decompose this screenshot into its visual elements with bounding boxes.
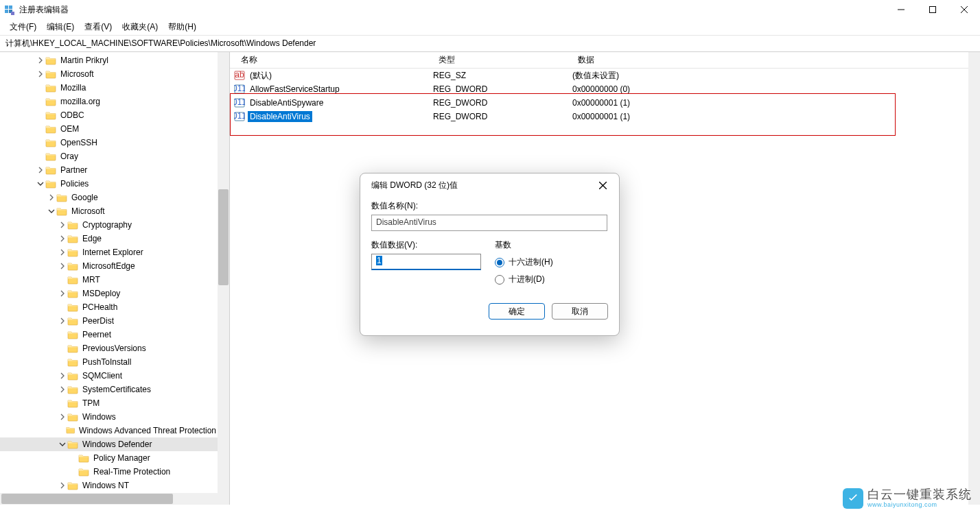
menu-file[interactable]: 文件(F) <box>5 19 40 35</box>
value-row[interactable]: 011DisableAntiSpywareREG_DWORD0x00000001… <box>230 96 980 110</box>
tree-item[interactable]: MRT <box>0 273 218 287</box>
value-row[interactable]: 011DisableAntiVirusREG_DWORD0x00000001 (… <box>230 110 980 123</box>
chevron-down-icon[interactable] <box>58 440 67 449</box>
tree-item-label: Partner <box>59 165 89 176</box>
tree-item[interactable]: Microsoft <box>0 67 218 81</box>
tree-item[interactable]: MSDeploy <box>0 287 218 300</box>
chevron-right-icon[interactable] <box>58 316 67 326</box>
tree-item[interactable]: PeerDist <box>0 314 218 328</box>
window-controls <box>885 0 980 19</box>
chevron-right-icon[interactable] <box>36 69 45 79</box>
tree-item[interactable]: Internet Explorer <box>0 245 218 259</box>
folder-icon <box>78 467 89 477</box>
value-data-field[interactable]: 1 <box>371 254 481 270</box>
tree-item[interactable]: Policies <box>0 177 218 191</box>
chevron-right-icon[interactable] <box>58 289 67 298</box>
tree-vertical-scrollbar[interactable] <box>218 52 229 493</box>
tree-item-label: Google <box>70 192 100 203</box>
value-row[interactable]: ab(默认)REG_SZ(数值未设置) <box>230 69 980 82</box>
ok-button[interactable]: 确定 <box>489 303 545 320</box>
tree-item[interactable]: mozilla.org <box>0 95 218 108</box>
watermark: 白云一键重装系统 www.baiyunxitong.com <box>843 488 972 509</box>
tree-item[interactable]: PCHealth <box>0 300 218 314</box>
tree-item[interactable]: TPM <box>0 396 218 410</box>
tree-item[interactable]: SQMClient <box>0 369 218 383</box>
value-name: DisableAntiVirus <box>248 111 312 122</box>
tree-item[interactable]: SystemCertificates <box>0 383 218 396</box>
cancel-button[interactable]: 取消 <box>552 303 608 320</box>
menu-edit[interactable]: 编辑(E) <box>43 19 78 35</box>
chevron-right-icon[interactable] <box>58 248 67 257</box>
value-row[interactable]: 011AllowFastServiceStartupREG_DWORD0x000… <box>230 82 980 96</box>
tree-horizontal-scrollbar[interactable] <box>0 493 218 505</box>
column-data[interactable]: 数据 <box>572 51 980 69</box>
tree-item-label: Internet Explorer <box>81 247 145 258</box>
tree-item[interactable]: Martin Prikryl <box>0 53 218 67</box>
chevron-right-icon[interactable] <box>58 234 67 243</box>
tree-item[interactable]: PushToInstall <box>0 355 218 369</box>
value-name: DisableAntiSpyware <box>248 97 325 108</box>
value-name: (默认) <box>248 69 274 82</box>
tree-item[interactable]: Mozilla <box>0 81 218 95</box>
tree-item[interactable]: OpenSSH <box>0 136 218 149</box>
chevron-right-icon[interactable] <box>47 193 56 202</box>
value-name-field[interactable]: DisableAntiVirus <box>371 215 607 231</box>
address-bar[interactable]: 计算机\HKEY_LOCAL_MACHINE\SOFTWARE\Policies… <box>0 36 980 52</box>
chevron-placeholder <box>36 83 45 93</box>
folder-icon <box>67 412 78 422</box>
dialog-close-button[interactable] <box>593 176 612 195</box>
tree-item[interactable]: Google <box>0 191 218 204</box>
tree-item[interactable]: Cryptography <box>0 218 218 232</box>
tree-item[interactable]: Windows Advanced Threat Protection <box>0 424 218 437</box>
tree-item[interactable]: ODBC <box>0 108 218 122</box>
tree-item[interactable]: PreviousVersions <box>0 341 218 355</box>
tree-item[interactable]: Windows <box>0 410 218 424</box>
tree-item-label: PeerDist <box>81 315 115 326</box>
tree-item-label: Edge <box>81 233 103 244</box>
chevron-right-icon[interactable] <box>58 371 67 381</box>
close-button[interactable] <box>948 0 980 19</box>
list-vertical-scrollbar[interactable] <box>968 52 980 505</box>
menu-help[interactable]: 帮助(H) <box>164 19 200 35</box>
svg-rect-2 <box>5 10 8 13</box>
tree-item[interactable]: Oray <box>0 149 218 163</box>
radix-dec-option[interactable]: 十进制(D) <box>495 274 553 285</box>
menu-favorites[interactable]: 收藏夹(A) <box>118 19 162 35</box>
edit-dword-dialog: 编辑 DWORD (32 位)值 数值名称(N): DisableAntiVir… <box>360 173 620 336</box>
list-body[interactable]: ab(默认)REG_SZ(数值未设置)011AllowFastServiceSt… <box>230 69 980 123</box>
chevron-right-icon[interactable] <box>58 220 67 230</box>
chevron-right-icon[interactable] <box>36 165 45 175</box>
radix-hex-label: 十六进制(H) <box>509 256 553 268</box>
chevron-right-icon[interactable] <box>58 385 67 394</box>
chevron-right-icon[interactable] <box>36 56 45 65</box>
minimize-button[interactable] <box>885 0 917 19</box>
svg-text:011: 011 <box>234 97 245 107</box>
maximize-button[interactable] <box>917 0 948 19</box>
chevron-down-icon[interactable] <box>36 179 45 189</box>
column-name[interactable]: 名称 <box>230 51 433 69</box>
tree-item[interactable]: Real-Time Protection <box>0 465 218 479</box>
tree-item[interactable]: Policy Manager <box>0 451 218 465</box>
radix-hex-option[interactable]: 十六进制(H) <box>495 256 553 268</box>
tree-item[interactable]: Edge <box>0 232 218 245</box>
chevron-placeholder <box>36 152 45 161</box>
chevron-right-icon[interactable] <box>58 261 67 271</box>
tree-viewport[interactable]: Martin PrikrylMicrosoftMozillamozilla.or… <box>0 52 218 493</box>
chevron-right-icon[interactable] <box>58 481 67 490</box>
tree-item-label: MSDeploy <box>81 288 121 299</box>
tree-item[interactable]: Windows Defender <box>0 437 218 451</box>
tree-item[interactable]: Peernet <box>0 328 218 341</box>
tree-item[interactable]: Microsoft <box>0 204 218 218</box>
column-type[interactable]: 类型 <box>433 51 572 69</box>
tree-item[interactable]: Windows NT <box>0 479 218 492</box>
chevron-right-icon[interactable] <box>58 412 67 422</box>
tree-item-label: SQMClient <box>81 370 124 381</box>
chevron-down-icon[interactable] <box>47 206 56 216</box>
tree-item[interactable]: MicrosoftEdge <box>0 259 218 273</box>
tree-item[interactable]: OEM <box>0 122 218 136</box>
tree-item-label: Windows <box>81 411 117 422</box>
tree-item[interactable]: Partner <box>0 163 218 177</box>
menu-view[interactable]: 查看(V) <box>80 19 116 35</box>
tree-item-label: mozilla.org <box>59 96 102 107</box>
svg-text:011: 011 <box>234 111 245 121</box>
